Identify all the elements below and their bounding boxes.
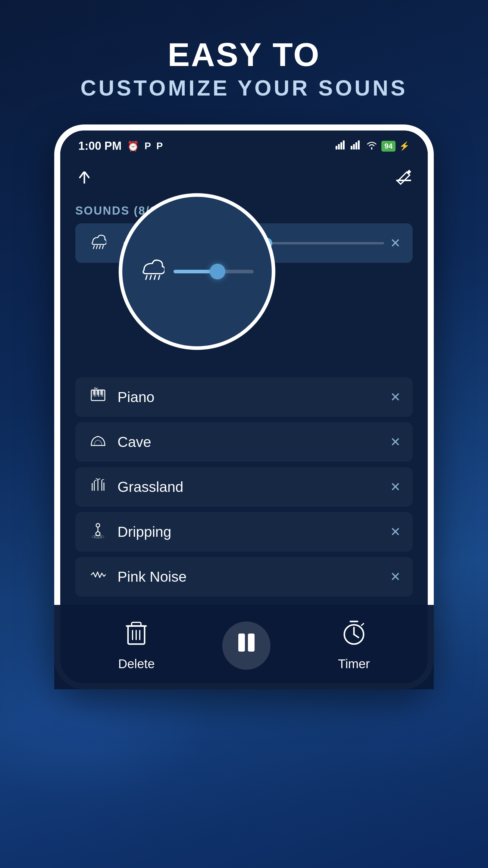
sound-item-cave[interactable]: Cave ✕ (75, 422, 413, 462)
svg-rect-5 (353, 144, 355, 150)
piano-label: Piano (118, 389, 155, 405)
header-title-line2: CUSTOMIZE YOUR SOUNS (80, 76, 407, 100)
sound-item-piano[interactable]: Piano ✕ (75, 377, 413, 417)
svg-line-12 (102, 246, 103, 249)
svg-rect-23 (97, 390, 99, 395)
rain-icon-magnified (140, 257, 164, 287)
svg-rect-0 (335, 146, 337, 150)
sound-item-dripping[interactable]: Dripping ✕ (75, 512, 413, 552)
phone-frame: 1:00 PM ⏰ P P 94 (54, 124, 434, 689)
svg-rect-2 (340, 142, 342, 150)
play-pause-button[interactable] (222, 621, 270, 670)
piano-icon (87, 387, 108, 407)
svg-line-35 (96, 572, 98, 577)
svg-rect-3 (343, 141, 345, 150)
grassland-label: Grassland (118, 478, 184, 495)
timer-label: Timer (338, 657, 370, 671)
status-bar: 1:00 PM ⏰ P P 94 (60, 130, 428, 158)
delete-action[interactable]: Delete (118, 620, 155, 671)
header-section: EASY TO CUSTOMIZE YOUR SOUNS (80, 36, 407, 100)
grassland-icon (87, 477, 108, 497)
svg-rect-1 (338, 144, 340, 150)
delete-label: Delete (118, 657, 155, 671)
svg-line-36 (98, 572, 100, 578)
top-nav (75, 167, 413, 189)
svg-line-16 (158, 276, 160, 279)
dripping-icon (87, 522, 108, 542)
bottom-bar: Delete (60, 605, 428, 683)
svg-rect-4 (351, 146, 352, 150)
svg-line-50 (354, 634, 358, 638)
signal-icon (335, 141, 347, 152)
pink-noise-label: Pink Noise (118, 568, 187, 585)
rain-remove-button[interactable]: ✕ (390, 236, 401, 250)
cave-remove-button[interactable]: ✕ (390, 435, 401, 450)
svg-rect-42 (132, 622, 141, 626)
pause-icon (233, 629, 260, 662)
trash-icon (125, 620, 148, 651)
pink-noise-remove-button[interactable]: ✕ (390, 569, 401, 584)
timer-icon (342, 620, 366, 651)
svg-line-11 (99, 246, 100, 249)
p-icon2: P (156, 141, 163, 152)
dripping-label: Dripping (118, 524, 171, 540)
svg-rect-24 (100, 390, 103, 395)
back-button[interactable] (75, 170, 93, 187)
timer-action[interactable]: Timer (338, 620, 370, 671)
svg-rect-6 (355, 142, 357, 150)
p-icon1: P (144, 141, 151, 152)
svg-line-39 (104, 575, 105, 576)
wifi-icon (366, 141, 378, 152)
svg-line-9 (93, 246, 94, 249)
phone-screen: 1:00 PM ⏰ P P 94 (60, 130, 428, 683)
edit-button[interactable] (395, 167, 413, 189)
charging-icon: ⚡ (399, 141, 410, 151)
svg-line-15 (154, 276, 156, 279)
svg-line-37 (100, 573, 102, 578)
pink-noise-icon (87, 567, 108, 587)
rain-icon (87, 233, 108, 253)
svg-line-10 (96, 246, 97, 249)
sound-item-grassland[interactable]: Grassland ✕ (75, 467, 413, 507)
cave-label: Cave (118, 434, 151, 450)
magnify-circle (119, 193, 275, 350)
piano-remove-button[interactable]: ✕ (390, 390, 401, 404)
svg-point-30 (96, 524, 100, 527)
grassland-remove-button[interactable]: ✕ (390, 479, 401, 494)
alarm-icon: ⏰ (127, 141, 139, 152)
sound-list: ✕ (75, 223, 413, 596)
app-content: SOUNDS (8/10) (60, 158, 428, 683)
svg-rect-46 (238, 633, 245, 652)
svg-line-52 (361, 624, 364, 625)
header-title-line1: EASY TO (80, 36, 407, 73)
svg-line-38 (102, 573, 104, 576)
svg-line-14 (150, 276, 151, 279)
phone-container: 1:00 PM ⏰ P P 94 (54, 124, 434, 689)
cave-icon (87, 432, 108, 452)
svg-rect-7 (358, 141, 360, 150)
signal-icon2 (351, 141, 362, 152)
battery-level: 94 (381, 141, 395, 152)
dripping-remove-button[interactable]: ✕ (390, 524, 401, 539)
status-time: 1:00 PM (78, 140, 122, 153)
sound-item-pink-noise[interactable]: Pink Noise ✕ (75, 557, 413, 596)
svg-rect-47 (248, 633, 255, 652)
svg-line-34 (93, 572, 96, 577)
svg-rect-22 (93, 390, 96, 395)
svg-line-13 (146, 276, 147, 279)
